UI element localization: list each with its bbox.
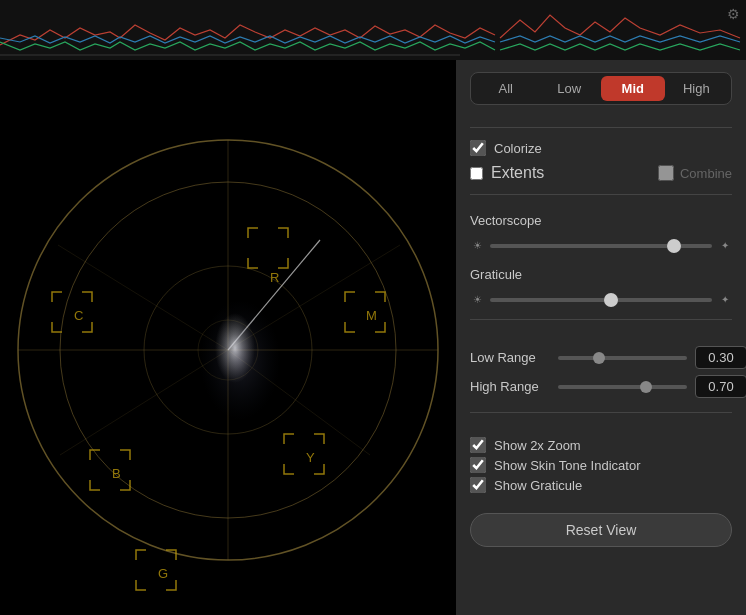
waveform-bar <box>0 0 746 60</box>
show-graticule-label: Show Graticule <box>494 478 582 493</box>
svg-text:Y: Y <box>306 450 315 465</box>
extents-row: Extents Combine <box>470 164 732 182</box>
svg-rect-0 <box>0 0 746 60</box>
brightness-high-icon: ✦ <box>718 240 732 251</box>
graticule-brightness-high-icon: ✦ <box>718 294 732 305</box>
svg-text:M: M <box>366 308 377 323</box>
colorize-row: Colorize <box>470 140 732 156</box>
svg-text:G: G <box>158 566 168 581</box>
options-section: Show 2x Zoom Show Skin Tone Indicator Sh… <box>470 433 732 497</box>
vectorscope-slider-row: ☀ ✦ <box>470 240 732 251</box>
tab-high[interactable]: High <box>665 76 729 101</box>
low-range-value[interactable] <box>695 346 746 369</box>
low-range-slider[interactable] <box>558 356 687 360</box>
show-2x-zoom-label: Show 2x Zoom <box>494 438 581 453</box>
divider-4 <box>470 412 732 413</box>
extents-label: Extents <box>491 164 544 182</box>
tab-mid[interactable]: Mid <box>601 76 665 101</box>
show-skin-tone-row: Show Skin Tone Indicator <box>470 457 732 473</box>
tab-all[interactable]: All <box>474 76 538 101</box>
waveform-svg <box>0 0 746 60</box>
colorize-checkbox[interactable] <box>470 140 486 156</box>
svg-text:C: C <box>74 308 83 323</box>
vectorscope-label: Vectorscope <box>470 213 732 228</box>
show-skin-tone-label: Show Skin Tone Indicator <box>494 458 640 473</box>
show-graticule-checkbox[interactable] <box>470 477 486 493</box>
vectorscope-slider[interactable] <box>490 244 712 248</box>
show-2x-zoom-checkbox[interactable] <box>470 437 486 453</box>
low-range-row: Low Range <box>470 346 732 369</box>
range-section: Low Range High Range <box>470 340 732 404</box>
divider-1 <box>470 127 732 128</box>
scope-svg: R M Y B <box>0 60 456 615</box>
high-range-row: High Range <box>470 375 732 398</box>
vectorscope-panel: R M Y B <box>0 60 456 615</box>
tab-low[interactable]: Low <box>538 76 602 101</box>
high-range-value[interactable] <box>695 375 746 398</box>
brightness-low-icon: ☀ <box>470 240 484 251</box>
colorize-label: Colorize <box>494 141 542 156</box>
svg-point-21 <box>200 300 280 420</box>
combine-label: Combine <box>680 166 732 181</box>
show-graticule-row: Show Graticule <box>470 477 732 493</box>
combine-checkbox[interactable] <box>658 165 674 181</box>
combine-area: Combine <box>658 165 732 181</box>
graticule-label: Graticule <box>470 267 732 282</box>
svg-text:R: R <box>270 270 279 285</box>
tab-row: All Low Mid High <box>470 72 732 105</box>
graticule-slider[interactable] <box>490 298 712 302</box>
show-2x-zoom-row: Show 2x Zoom <box>470 437 732 453</box>
extents-checkbox[interactable] <box>470 167 483 180</box>
graticule-brightness-low-icon: ☀ <box>470 294 484 305</box>
graticule-slider-row: ☀ ✦ <box>470 294 732 305</box>
reset-view-button[interactable]: Reset View <box>470 513 732 547</box>
low-range-label: Low Range <box>470 350 550 365</box>
high-range-slider[interactable] <box>558 385 687 389</box>
controls-panel: All Low Mid High Colorize Extents Combin… <box>456 60 746 615</box>
high-range-label: High Range <box>470 379 550 394</box>
show-skin-tone-checkbox[interactable] <box>470 457 486 473</box>
divider-3 <box>470 319 732 320</box>
svg-text:B: B <box>112 466 121 481</box>
divider-2 <box>470 194 732 195</box>
